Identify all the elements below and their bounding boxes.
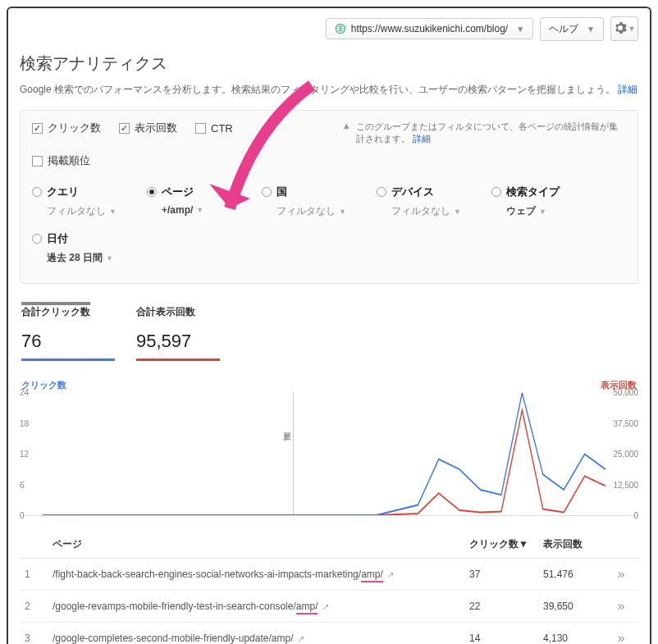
dimension-searchtype-filter[interactable]: ウェブ▼ [506, 204, 606, 218]
top-bar: https://www.suzukikenichi.com/blog/ ▼ ヘル… [8, 8, 650, 53]
row-page-link[interactable]: /google-completes-second-mobile-friendly… [53, 633, 469, 644]
filter-notice: ▲ このグループまたはフィルタについて、各ページの統計情報が集計されます。 詳細 [318, 121, 626, 145]
table-row: 3/google-completes-second-mobile-friendl… [20, 623, 638, 644]
row-clicks: 22 [469, 601, 543, 612]
series-line [43, 393, 605, 515]
warning-icon: ▲ [342, 121, 351, 145]
globe-icon [335, 23, 346, 34]
details-link[interactable]: 詳細 [618, 84, 637, 95]
metric-clicks-checkbox[interactable]: クリック数 [32, 121, 101, 135]
row-impressions: 4,130 [543, 633, 609, 644]
dimension-searchtype-radio[interactable]: 検索タイプ [491, 185, 606, 199]
row-clicks: 37 [469, 569, 543, 580]
y-left-tick: 18 [20, 419, 29, 428]
caret-down-icon: ▼ [587, 25, 595, 34]
caret-down-icon: ▼ [109, 208, 117, 216]
caret-down-icon: ▼ [454, 208, 461, 216]
row-page-link[interactable]: /fight-back-back-search-engines-social-n… [53, 569, 469, 580]
row-impressions: 51,476 [543, 569, 609, 580]
col-impressions-header[interactable]: 表示回数 [543, 537, 609, 551]
y-right-tick: 25,000 [613, 450, 638, 459]
row-index: 2 [25, 601, 53, 612]
dimension-device-filter[interactable]: フィルタなし▼ [391, 204, 491, 218]
y-right-tick: 37,500 [613, 419, 638, 428]
dimension-page-radio[interactable]: ページ [147, 185, 262, 199]
col-page-header[interactable]: ページ [53, 537, 469, 551]
totals-row: 合計クリック数 76 合計表示回数 95,597 [20, 284, 638, 368]
page-subtitle: Google 検索でのパフォーマンスを分析します。検索結果のフィルタリングや比較… [20, 83, 638, 97]
dimension-date-radio[interactable]: 日付 [32, 231, 626, 246]
site-selector[interactable]: https://www.suzukikenichi.com/blog/ ▼ [326, 18, 533, 39]
chart: クリック数 表示回数 06121824012,50025,00037,50050… [20, 379, 638, 516]
dimension-date-filter[interactable]: 過去 28 日間▼ [47, 251, 626, 265]
dimension-searchtype: 検索タイプ ウェブ▼ [491, 180, 606, 226]
dimension-query-radio[interactable]: クエリ [32, 185, 147, 199]
y-left-tick: 12 [20, 450, 29, 459]
row-more-button[interactable]: » [618, 631, 625, 644]
caret-down-icon: ▼ [196, 206, 203, 214]
dimension-query: クエリ フィルタなし▼ [32, 180, 147, 226]
total-clicks: 合計クリック数 76 [21, 302, 115, 361]
filter-panel: クリック数 表示回数 CTR 掲載順位 ▲ このグループまたはフィルタについて、… [20, 110, 638, 284]
caret-down-icon: ▼ [539, 208, 546, 216]
page-title: 検索アナリティクス [20, 53, 638, 75]
table-row: 2/google-revamps-mobile-friendly-test-in… [20, 591, 638, 623]
row-impressions: 39,650 [543, 601, 609, 612]
table-row: 1/fight-back-back-search-engines-social-… [20, 559, 638, 591]
caret-down-icon: ▼ [628, 25, 636, 33]
dimension-date: 日付 過去 28 日間▼ [32, 226, 626, 273]
results-table: ページ クリック数▼ 表示回数 1/fight-back-back-search… [20, 531, 638, 644]
total-impressions: 合計表示回数 95,597 [136, 302, 220, 361]
y-left-tick: 6 [20, 481, 25, 490]
y-right-tick: 50,000 [613, 388, 638, 397]
external-link-icon: ↗ [298, 634, 304, 643]
external-link-icon: ↗ [387, 570, 394, 579]
row-index: 1 [25, 569, 53, 580]
row-clicks: 14 [469, 633, 543, 644]
y-left-tick: 24 [20, 388, 29, 397]
dimension-device-radio[interactable]: デバイス [377, 185, 491, 199]
col-clicks-header[interactable]: クリック数▼ [469, 537, 543, 551]
row-index: 3 [25, 633, 53, 644]
caret-down-icon: ▼ [516, 25, 524, 34]
notice-details-link[interactable]: 詳細 [413, 134, 431, 144]
y-right-tick: 12,500 [613, 481, 638, 490]
dimension-device: デバイス フィルタなし▼ [377, 180, 491, 226]
row-page-link[interactable]: /google-revamps-mobile-friendly-test-in-… [53, 601, 469, 612]
table-header: ページ クリック数▼ 表示回数 [20, 531, 638, 559]
row-more-button[interactable]: » [618, 567, 625, 581]
y-right-tick: 0 [633, 511, 638, 520]
gear-icon [614, 21, 627, 37]
row-more-button[interactable]: » [618, 599, 625, 613]
caret-down-icon: ▼ [106, 254, 113, 263]
external-link-icon: ↗ [322, 602, 329, 611]
dimension-country: 国 フィルタなし▼ [262, 180, 377, 226]
dimension-country-radio[interactable]: 国 [262, 185, 377, 199]
series-line [43, 410, 605, 515]
metric-ctr-checkbox[interactable]: CTR [195, 121, 233, 135]
dimension-country-filter[interactable]: フィルタなし▼ [276, 204, 377, 218]
help-button[interactable]: ヘルプ ▼ [540, 17, 604, 41]
site-url: https://www.suzukikenichi.com/blog/ [351, 23, 508, 34]
caret-down-icon: ▼ [339, 208, 346, 216]
y-left-tick: 0 [20, 511, 25, 520]
settings-button[interactable]: ▼ [610, 16, 638, 41]
metric-position-checkbox[interactable]: 掲載順位 [32, 153, 309, 168]
metric-impressions-checkbox[interactable]: 表示回数 [119, 121, 177, 135]
dimension-page: ページ +/amp/▼ [147, 180, 262, 226]
dimension-page-filter[interactable]: +/amp/▼ [162, 204, 262, 216]
dimension-query-filter[interactable]: フィルタなし▼ [47, 204, 147, 218]
